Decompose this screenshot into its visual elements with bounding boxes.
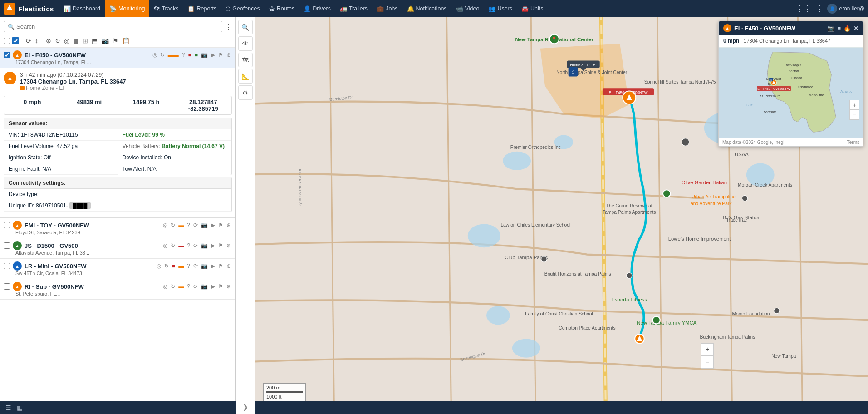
grid-view-icon[interactable]: ▦ [17, 404, 23, 411]
nav-units[interactable]: 🚘 Units [517, 0, 547, 17]
ai-camera[interactable]: 📷 [200, 242, 209, 249]
list-item[interactable]: ▲ JS - D1500 - GV500 ◎ ↻ ▬ ? ⟳ 📷 ▶ ⚑ ⊕ A… [0, 238, 235, 259]
nav-video[interactable]: 📹 Video [452, 0, 484, 17]
popup-video-btn[interactable]: 📷 [827, 25, 834, 32]
zoom-out-button[interactable]: − [701, 356, 714, 369]
map-panel-toggle[interactable]: ❯ [242, 403, 248, 411]
list-item[interactable]: ▲ RI - Sub - GV500NFW ◎ ↻ ▬ ? ⟳ 📷 ▶ ⚑ ⊕ … [0, 279, 235, 300]
ai-reload[interactable]: ⟳ [192, 283, 199, 290]
search-options-icon[interactable]: ⋮ [225, 23, 232, 31]
search-input[interactable] [16, 23, 218, 30]
ai-play[interactable]: ▶ [210, 262, 216, 270]
list-item[interactable]: ▲ EMI - TOY - GV500NFW ◎ ↻ ▬ ? ⟳ 📷 ▶ ⚑ ⊕… [0, 218, 235, 238]
user-menu[interactable]: 👤 eron.iler@ [827, 4, 864, 14]
map-layers-btn[interactable]: 🗺 [238, 53, 253, 67]
ai-target[interactable]: ◎ [162, 283, 168, 290]
flag-icon[interactable]: ⚑ [112, 36, 119, 45]
more-options-icon[interactable]: ⋮ [815, 4, 824, 14]
route-icon[interactable]: ↻ [54, 36, 61, 45]
ai-more[interactable]: ⊕ [226, 262, 232, 270]
map-dots-btn[interactable]: ⚙ [238, 85, 253, 100]
action-more[interactable]: ⊕ [226, 51, 232, 59]
ai-reload[interactable]: ⟳ [192, 222, 199, 229]
sort-icon[interactable]: ↕ [34, 36, 39, 45]
nav-reports[interactable]: 📋 Reports [183, 0, 221, 17]
ai-more[interactable]: ⊕ [226, 242, 232, 249]
action-flag[interactable]: ⚑ [217, 51, 224, 59]
nav-dashboard[interactable]: 📊 Dashboard [59, 0, 104, 17]
panel-toggle-icon[interactable]: ☰ [5, 404, 11, 411]
ai-query[interactable]: ? [186, 283, 191, 290]
nav-monitoring[interactable]: 📡 Monitoring [105, 0, 149, 17]
ai-route[interactable]: ↻ [170, 222, 176, 229]
ai-more[interactable]: ⊕ [226, 222, 232, 229]
action-camera[interactable]: 📷 [200, 51, 209, 59]
action-green[interactable]: ■ [194, 51, 199, 59]
action-query[interactable]: ? [181, 51, 186, 59]
action-target[interactable]: ◎ [152, 51, 158, 59]
ai-reload[interactable]: ⟳ [192, 262, 199, 270]
nav-drivers[interactable]: 👤 Drivers [299, 0, 335, 17]
action-route[interactable]: ↻ [159, 51, 166, 59]
ai-query[interactable]: ? [186, 242, 191, 249]
ai-play[interactable]: ▶ [210, 242, 216, 249]
nav-routes[interactable]: 🛣 Routes [265, 0, 299, 17]
action-stop[interactable]: ■ [187, 51, 192, 59]
vehicle-item-selected[interactable]: ▲ EI - F450 - GV500NFW ◎ ↻ ▬▬ ? ■ ■ 📷 ▶ … [0, 48, 235, 68]
vehicle-checkbox[interactable] [4, 222, 10, 228]
vehicle-checkbox[interactable] [4, 242, 10, 249]
map-search-btn[interactable]: 🔍 [238, 20, 253, 34]
map-eye-btn[interactable]: 👁 [238, 36, 253, 51]
ai-reload[interactable]: ⟳ [192, 242, 199, 249]
map-ruler-btn[interactable]: 📐 [238, 69, 253, 84]
popup-minimap[interactable]: Atlantic Gulf The Villages Sanford Orlan… [719, 47, 863, 138]
ai-target[interactable]: ◎ [162, 222, 168, 229]
target-icon[interactable]: ⊕ [45, 36, 52, 45]
ai-flag[interactable]: ⚑ [217, 242, 224, 249]
cluster-icon[interactable]: ◎ [63, 36, 70, 45]
ai-camera[interactable]: 📷 [200, 262, 209, 270]
ai-play[interactable]: ▶ [210, 222, 216, 229]
grid-menu-icon[interactable]: ⋮⋮ [795, 4, 812, 14]
vehicle-checkbox[interactable] [4, 52, 10, 58]
layers-icon[interactable]: ⊞ [82, 36, 89, 45]
nav-geofences[interactable]: ⬡ Geofences [221, 0, 264, 17]
ai-stop-bar[interactable]: ■ [171, 262, 176, 270]
grid-icon[interactable]: ▦ [72, 36, 80, 45]
ai-query[interactable]: ? [186, 262, 191, 270]
action-play[interactable]: ▶ [210, 51, 216, 59]
ai-bars[interactable]: ▬ [177, 222, 185, 229]
ai-bars[interactable]: ▬ [177, 283, 185, 290]
popup-close-btn[interactable]: ✕ [853, 25, 858, 32]
ai-query[interactable]: ? [186, 222, 191, 229]
popup-fire-btn[interactable]: 🔥 [843, 25, 851, 32]
ai-bars[interactable]: ▬ [177, 262, 185, 270]
ai-flag[interactable]: ⚑ [217, 222, 224, 229]
map-area[interactable]: New Tampa Recreational Center North Tamp… [236, 17, 868, 414]
search-input-wrap[interactable]: 🔍 [4, 21, 222, 32]
nav-users[interactable]: 👥 Users [484, 0, 516, 17]
nav-trailers[interactable]: 🚛 Trailers [336, 0, 372, 17]
ai-more[interactable]: ⊕ [226, 283, 232, 290]
ai-stop-bar[interactable]: ▬ [177, 242, 185, 249]
ai-route[interactable]: ↻ [170, 283, 176, 290]
ai-target[interactable]: ◎ [156, 262, 162, 270]
zoom-in-button[interactable]: + [701, 343, 714, 356]
nav-notifications[interactable]: 🔔 Notifications [403, 0, 451, 17]
minimap-zoom-out[interactable]: − [849, 110, 859, 120]
popup-list-btn[interactable]: ≡ [837, 25, 841, 32]
vehicle-checkbox[interactable] [4, 283, 10, 290]
export-icon[interactable]: ⬒ [91, 36, 98, 45]
nav-tracks[interactable]: 🗺 Tracks [150, 0, 182, 17]
ai-target[interactable]: ◎ [162, 242, 168, 249]
nav-jobs[interactable]: 💼 Jobs [373, 0, 402, 17]
ai-camera[interactable]: 📷 [200, 222, 209, 229]
minimap-zoom-in[interactable]: + [849, 100, 859, 110]
select-all-checkbox[interactable] [4, 38, 10, 44]
ai-play[interactable]: ▶ [210, 283, 216, 290]
ai-flag[interactable]: ⚑ [217, 262, 224, 270]
vehicle-checkbox[interactable] [4, 263, 10, 269]
list-item[interactable]: ▲ LR - Mini - GV500NFW ◎ ↻ ■ ▬ ? ⟳ 📷 ▶ ⚑… [0, 259, 235, 279]
logo[interactable]: Fleetistics [4, 3, 54, 15]
ai-flag[interactable]: ⚑ [217, 283, 224, 290]
